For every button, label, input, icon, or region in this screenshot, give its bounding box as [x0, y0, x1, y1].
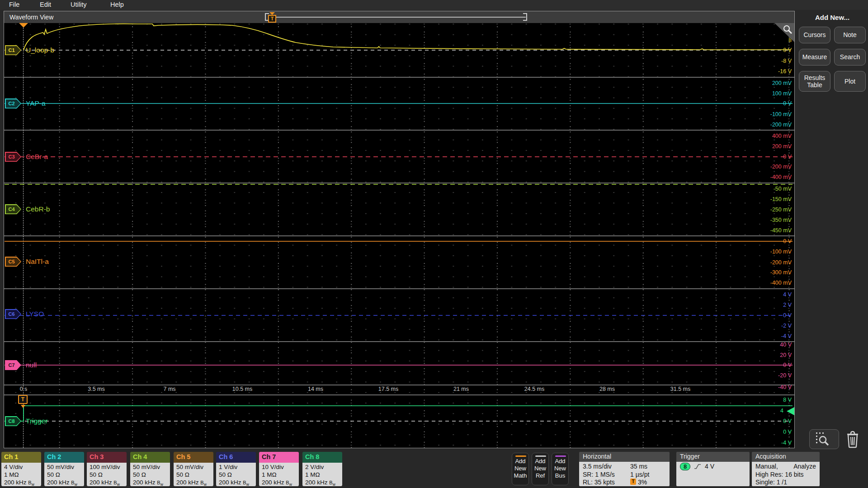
channel-card-ch5[interactable]: Ch 5 50 mV/div 50 Ω 200 kHz Bw — [174, 452, 213, 486]
axis-label: -200 mV — [770, 164, 792, 170]
channel-badge-c1[interactable]: C1 — [5, 45, 21, 55]
results-table-button[interactable]: Results Table — [799, 71, 830, 92]
axis-label: 0 V — [783, 362, 792, 368]
channel-card-ch4[interactable]: Ch 4 50 mV/div 50 Ω 200 kHz Bw — [130, 452, 170, 486]
channel-name-c7[interactable]: null — [26, 361, 37, 369]
time-tick: 31.5 ms — [670, 386, 690, 392]
add-new-bus-button[interactable]: AddNewBus — [552, 453, 569, 485]
bandwidth-limit-icon: Bw — [329, 480, 335, 485]
sample-rate: SR: 1 MS/s — [583, 471, 630, 479]
channel-badge-c2[interactable]: C2 — [5, 99, 21, 108]
axis-label: 0 V — [783, 418, 792, 424]
trigger-source-badge: 8 — [680, 463, 690, 470]
menu-edit[interactable]: Edit — [40, 1, 51, 8]
trigger-position-marker-top[interactable]: T — [268, 12, 276, 23]
ch8-impedance: 1 MΩ — [305, 471, 342, 479]
trigger-level-arrow-icon[interactable] — [787, 407, 794, 415]
channel-card-ch7[interactable]: Ch 7 10 V/div 1 MΩ 200 kHz Bw — [259, 452, 299, 486]
ch2-scale: 50 mV/div — [47, 463, 84, 471]
c1-trace[interactable] — [24, 24, 791, 50]
channel-name-c6[interactable]: LYSO — [26, 310, 44, 318]
channel-name-c2[interactable]: YAP-a — [26, 99, 46, 108]
channel-card-ch2[interactable]: Ch 2 50 mV/div 50 Ω 200 kHz Bw — [44, 452, 84, 486]
zoom-mode-icon — [815, 432, 833, 448]
channel-badge-c8[interactable]: C8 — [5, 416, 21, 426]
channel-card-ch8[interactable]: Ch 8 2 V/div 1 MΩ 200 kHz Bw — [302, 452, 342, 486]
channel-card-ch1[interactable]: Ch 1 4 V/div 1 MΩ 200 kHz Bw — [1, 452, 41, 486]
trash-button[interactable] — [844, 429, 863, 449]
ch3-bandwidth: 200 kHz — [90, 479, 112, 486]
add-new-title: Add New... — [797, 14, 868, 21]
time-tick: 14 ms — [308, 386, 323, 392]
math-accent-bar — [515, 455, 526, 457]
axis-label: 0 V — [783, 238, 792, 244]
waveform-view-titlebar: Waveform View T — [4, 11, 794, 23]
bandwidth-limit-icon: Bw — [113, 480, 119, 485]
axis-label: -20 V — [778, 372, 792, 379]
ch6-scale: 1 V/div — [219, 463, 256, 471]
time-tick: 3.5 ms — [88, 386, 105, 392]
ch4-scale: 50 mV/div — [133, 463, 170, 471]
search-button[interactable]: Search — [834, 49, 866, 66]
axis-label: 200 mV — [772, 143, 792, 150]
channel-name-c5[interactable]: NaITl-a — [26, 258, 49, 266]
menu-file[interactable]: File — [9, 1, 19, 8]
ch1-scale: 4 V/div — [4, 463, 41, 471]
channel-badge-c4[interactable]: C4 — [5, 204, 21, 214]
time-tick: 7 ms — [163, 386, 175, 392]
channel-name-c4[interactable]: CebR-b — [26, 205, 50, 213]
channel-badge-c5[interactable]: C5 — [5, 257, 21, 267]
time-tick: 28 ms — [599, 386, 615, 392]
channel-name-c8[interactable]: Trigger — [26, 417, 48, 425]
ch6-bandwidth: 200 kHz — [219, 479, 241, 486]
measure-button[interactable]: Measure — [799, 49, 830, 66]
axis-label: -4 V — [781, 440, 792, 446]
ch7-bandwidth: 200 kHz — [262, 479, 284, 486]
ref-accent-bar — [535, 455, 546, 457]
axis-label: -50 mV — [774, 186, 792, 192]
horizontal-position: 3% — [638, 479, 647, 486]
acquisition-panel[interactable]: Acquisition Manual,Analyze High Res: 16 … — [752, 452, 820, 486]
axis-label: -350 mV — [770, 217, 792, 223]
channel-name-c1[interactable]: U_loop-b — [26, 46, 54, 54]
horizontal-panel[interactable]: Horizontal 3.5 ms/div35 ms SR: 1 MS/s1 µ… — [579, 452, 670, 486]
ch5-bandwidth: 200 kHz — [176, 479, 199, 486]
trigger-source-t-marker[interactable]: T — [18, 395, 28, 404]
axis-label: 0 V — [783, 100, 792, 107]
channel-name-c3[interactable]: CeBr-a — [26, 153, 48, 161]
channel-badge-c6[interactable]: C6 — [5, 309, 21, 319]
acquisition-window-right-bracket[interactable] — [523, 13, 527, 21]
menu-utility[interactable]: Utility — [71, 1, 86, 8]
right-sidebar: Add New... Cursors Note Measure Search R… — [797, 11, 868, 448]
add-new-math-button[interactable]: AddNewMath — [512, 453, 529, 485]
acquisition-single: Single: 1 /1 — [755, 479, 816, 486]
channel-card-ch6[interactable]: Ch 6 1 V/div 50 Ω 200 kHz Bw — [216, 452, 256, 486]
waveform-plot-area[interactable]: C1 U_loop-b C2 YAP-a C3 CeBr-a C4 CebR-b… — [4, 23, 794, 448]
axis-label: -150 mV — [770, 196, 792, 202]
channel-badge-c7[interactable]: C7 — [5, 360, 21, 370]
axis-label: 4 V — [783, 291, 792, 298]
ch8-scale: 2 V/div — [305, 463, 342, 471]
channel-card-ch3[interactable]: Ch 3 100 mV/div 50 Ω 200 kHz Bw — [87, 452, 127, 486]
c8-trace[interactable] — [5, 406, 793, 421]
trigger-panel-title: Trigger — [676, 452, 750, 462]
bandwidth-limit-icon: Bw — [200, 480, 206, 485]
ch6-impedance: 50 Ω — [219, 471, 256, 479]
trigger-panel[interactable]: Trigger 8 4 V — [676, 452, 750, 486]
cursors-button[interactable]: Cursors — [799, 27, 830, 43]
menu-help[interactable]: Help — [110, 1, 124, 8]
ch4-impedance: 50 Ω — [133, 471, 170, 479]
note-button[interactable]: Note — [834, 27, 866, 43]
add-new-ref-button[interactable]: AddNewRef — [532, 453, 549, 485]
trash-icon — [844, 429, 862, 449]
horizontal-scale: 3.5 ms/div — [583, 463, 630, 471]
horizontal-window: 35 ms — [630, 463, 647, 471]
acquisition-position-line[interactable] — [269, 17, 526, 18]
time-tick: 10.5 ms — [232, 386, 252, 392]
plot-button[interactable]: Plot — [834, 71, 866, 92]
ch5-impedance: 50 Ω — [176, 471, 213, 479]
zoom-mode-button[interactable] — [809, 429, 839, 449]
ch1-bandwidth: 200 kHz — [4, 479, 27, 486]
channel-badge-c3[interactable]: C3 — [5, 152, 21, 162]
axis-label: 100 mV — [772, 90, 792, 97]
